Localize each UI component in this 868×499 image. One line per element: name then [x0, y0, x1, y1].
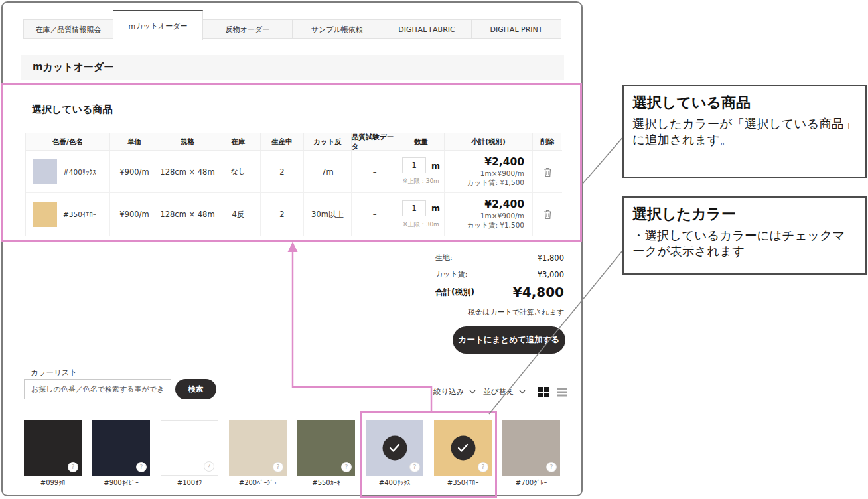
search-input[interactable]	[24, 379, 171, 399]
quantity-limit-note: ※上限：30m	[403, 177, 439, 186]
cell-spec: 128cm × 48m	[159, 193, 216, 236]
product-swatch	[33, 159, 57, 184]
product-swatch	[33, 202, 57, 227]
swatch-900-navy[interactable]: ?	[92, 420, 150, 476]
callout-selected-products: 選択している商品 選択したカラーが「選択している商品」に追加されます。	[622, 85, 867, 178]
swatch-label: #550ｶｰｷ	[297, 479, 355, 486]
help-icon[interactable]: ?	[68, 462, 78, 472]
help-icon[interactable]: ?	[546, 462, 557, 472]
trash-icon[interactable]	[543, 209, 553, 220]
cell-quantity: m ※上限：30m	[398, 193, 445, 236]
quantity-unit: m	[431, 161, 440, 171]
callout-body: 選択したカラーが「選択している商品」に追加されます。	[632, 116, 857, 149]
swatch-label: #700ｸﾞﾚｰ	[502, 479, 560, 486]
quantity-input[interactable]	[402, 200, 426, 216]
fabric-label: 生地:	[435, 253, 453, 263]
swatch-400-sax-selected[interactable]: ?	[366, 420, 423, 476]
col-cut-roll: カット反	[304, 133, 352, 151]
cut-fee-detail: カット賃: ¥1,500	[467, 178, 524, 188]
cell-cut-roll: 7m	[304, 151, 352, 193]
tax-note: 税金はカートで計算されます	[468, 307, 564, 317]
sort-dropdown[interactable]: 並び替え	[483, 387, 526, 397]
swatch-200-beige[interactable]: ?	[229, 420, 287, 476]
color-swatch-item: ? #900ﾈｲﾋﾞｰ	[92, 420, 150, 486]
cell-delete	[533, 193, 562, 236]
swatch-label: #100ｵﾌ	[161, 479, 218, 486]
cell-unit-price: ¥900/m	[110, 193, 159, 236]
swatch-700-gray[interactable]: ?	[502, 420, 560, 476]
add-to-cart-button[interactable]: カートにまとめて追加する	[453, 326, 565, 354]
help-icon[interactable]: ?	[478, 462, 488, 472]
col-in-production: 生産中	[261, 133, 304, 151]
col-stock: 在庫	[216, 133, 261, 151]
filter-label: 絞り込み	[433, 387, 465, 397]
selected-products-section: 選択している商品 色番/色名 単価 規格 在庫 生産中 カット反 品質試験データ…	[1, 83, 582, 242]
product-name: #400ｻｯｸｽ	[63, 168, 96, 176]
cell-in-production: 2	[261, 193, 304, 236]
filter-dropdown[interactable]: 絞り込み	[433, 387, 476, 397]
selected-products-table: 色番/色名 単価 規格 在庫 生産中 カット反 品質試験データ 数量 小計(税別…	[25, 133, 561, 236]
grid-view-icon[interactable]	[538, 386, 549, 398]
swatch-350-yellow-selected[interactable]: ?	[434, 420, 492, 476]
col-subtotal: 小計(税別)	[445, 133, 533, 151]
cell-stock: 4反	[216, 193, 261, 236]
cell-quality-test: –	[352, 151, 398, 193]
subtotal-detail: 1m×¥900/m	[480, 212, 524, 220]
color-swatch-item: ? #400ｻｯｸｽ	[366, 420, 423, 486]
tab-roll-order[interactable]: 反物オーダー	[202, 19, 293, 39]
tab-digital-fabric[interactable]: DIGITAL FABRIC	[382, 19, 472, 39]
swatch-label: #900ﾈｲﾋﾞｰ	[92, 479, 150, 486]
tab-stock-quality-info[interactable]: 在庫／品質情報照会	[23, 19, 113, 39]
quantity-input[interactable]	[402, 157, 426, 173]
color-swatch-item: ? #100ｵﾌ	[161, 420, 218, 486]
swatch-label: #400ｻｯｸｽ	[366, 479, 423, 486]
search-button[interactable]: 検索	[175, 379, 216, 399]
cell-subtotal: ¥2,400 1m×¥900/m カット賃: ¥1,500	[445, 193, 533, 236]
cell-subtotal: ¥2,400 1m×¥900/m カット賃: ¥1,500	[445, 151, 533, 193]
swatch-label: #200ﾍﾞｰｼﾞｭ	[229, 479, 287, 486]
cell-unit-price: ¥900/m	[110, 151, 159, 193]
cell-quantity: m ※上限：30m	[398, 151, 445, 193]
subtotal-amount: ¥2,400	[484, 198, 524, 210]
total-value: ¥4,800	[513, 284, 564, 300]
list-view-icon[interactable]	[556, 386, 568, 398]
sort-label: 並び替え	[483, 387, 514, 397]
tab-m-cut-order[interactable]: mカットオーダー	[113, 10, 203, 40]
total-label: 合計(税別)	[435, 287, 474, 298]
swatch-label: #350ｲｴﾛｰ	[434, 479, 492, 486]
cut-fee-label: カット賃:	[435, 269, 467, 279]
help-icon[interactable]: ?	[341, 462, 352, 472]
callout-body: ・選択しているカラーにはチェックマークが表示されます	[632, 228, 857, 260]
cell-cut-roll: 30m以上	[304, 193, 352, 236]
col-color: 色番/色名	[26, 133, 110, 151]
help-icon[interactable]: ?	[409, 462, 420, 472]
callout-selected-color: 選択したカラー ・選択しているカラーにはチェックマークが表示されます	[622, 196, 867, 275]
color-swatch-item: ? #550ｶｰｷ	[297, 420, 355, 486]
help-icon[interactable]: ?	[273, 462, 283, 472]
subtotal-amount: ¥2,400	[484, 156, 524, 168]
callout-title: 選択したカラー	[632, 204, 857, 224]
help-icon[interactable]: ?	[204, 461, 214, 472]
cell-in-production: 2	[261, 151, 304, 193]
check-icon	[451, 436, 475, 461]
help-icon[interactable]: ?	[136, 462, 147, 472]
trash-icon[interactable]	[543, 167, 553, 177]
cell-color-name: #350ｲｴﾛｰ	[26, 193, 110, 236]
chevron-down-icon	[519, 390, 526, 394]
tab-sample-book-request[interactable]: サンプル帳依頼	[292, 19, 382, 39]
swatch-550-khaki[interactable]: ?	[297, 420, 355, 476]
swatch-099-kuro[interactable]: ?	[24, 420, 82, 476]
summary-total-row: 合計(税別) ¥4,800	[435, 284, 564, 300]
col-quantity: 数量	[398, 133, 445, 151]
color-list-title: カラーリスト	[31, 368, 77, 378]
cell-stock: なし	[216, 151, 261, 193]
cut-fee-detail: カット賃: ¥1,500	[467, 221, 524, 230]
table-header-row: 色番/色名 単価 規格 在庫 生産中 カット反 品質試験データ 数量 小計(税別…	[26, 133, 561, 151]
swatch-100-off[interactable]: ?	[161, 420, 218, 476]
product-name: #350ｲｴﾛｰ	[63, 210, 96, 218]
color-swatch-item: ? #200ﾍﾞｰｼﾞｭ	[229, 420, 287, 486]
order-app-panel: 在庫／品質情報照会 mカットオーダー 反物オーダー サンプル帳依頼 DIGITA…	[1, 1, 583, 496]
check-icon	[382, 436, 407, 461]
tab-digital-print[interactable]: DIGITAL PRINT	[471, 19, 561, 39]
selected-products-title: 選択している商品	[32, 104, 112, 116]
